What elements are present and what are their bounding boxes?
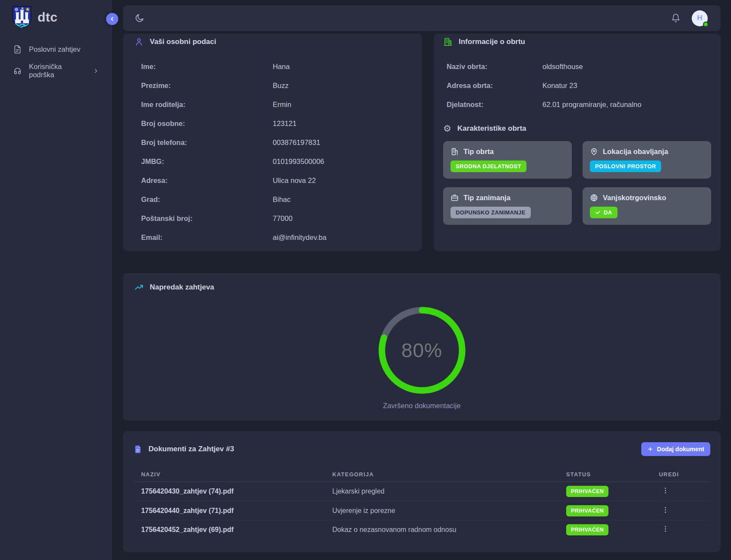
char-card-title: Lokacija obavljanja — [603, 148, 668, 156]
business-card-header: Informacije o obrtu — [443, 37, 711, 47]
chevron-right-icon — [93, 68, 99, 74]
dark-mode-toggle-button[interactable] — [134, 13, 145, 23]
row-actions-button[interactable] — [662, 487, 669, 494]
document-status-badge: PRIHVAĆEN — [566, 524, 608, 535]
field-value: 77000 — [273, 214, 293, 223]
coat-of-arms-logo-icon — [12, 6, 32, 29]
characteristics-title: Karakteristike obrta — [457, 124, 526, 133]
business-info-card: Informacije o obrtu Naziv obrta:oldsofth… — [434, 34, 721, 251]
sidebar-nav: Poslovni zahtjev Korisnička podrška — [0, 39, 112, 81]
app-name: dtc — [38, 10, 58, 25]
field-row: Ime:Hana — [141, 57, 411, 76]
char-card-tip-obrta: Tip obrta SRODNA DJELATNOST — [443, 141, 572, 179]
document-status-badge: PRIHVAĆEN — [566, 486, 608, 497]
bell-icon — [671, 13, 681, 23]
status-badge: POSLOVNI PROSTOR — [590, 160, 661, 172]
topbar-actions: H — [671, 10, 708, 26]
field-row: Grad:Bihac — [141, 190, 411, 209]
document-name: 1756420430_zahtjev (74).pdf — [133, 488, 332, 495]
field-row: Prezime:Buzz — [141, 76, 411, 95]
topbar: H — [123, 5, 721, 31]
kebab-menu-icon — [662, 525, 669, 533]
gear-icon: ⚙ — [443, 124, 451, 133]
field-label: Grad: — [141, 195, 273, 204]
field-value: 123121 — [273, 120, 296, 128]
personal-fields: Ime:Hana Prezime:Buzz Ime roditelja:Ermi… — [141, 57, 411, 247]
notifications-button[interactable] — [671, 13, 681, 23]
char-card-title: Tip zanimanja — [463, 194, 510, 202]
field-label: Ime roditelja: — [141, 101, 273, 109]
building-small-icon — [451, 148, 459, 156]
field-row: Djelatnost:62.01 programiranje, računaln… — [447, 95, 711, 114]
field-label: Broj telefona: — [141, 138, 273, 147]
column-header-status: STATUS — [566, 471, 659, 478]
column-header-uredi: UREDI — [659, 471, 710, 478]
online-status-dot — [703, 22, 709, 27]
field-label: Adresa obrta: — [447, 82, 542, 90]
field-label: Poštanski broj: — [141, 214, 273, 223]
document-name: 1756420452_zahtjev (69).pdf — [133, 526, 332, 534]
moon-icon — [134, 13, 145, 23]
field-value: Hana — [273, 63, 290, 71]
building-icon — [443, 37, 453, 47]
main-content: H Vaši osobni podaci Ime:Hana Prezime:Bu… — [112, 0, 731, 560]
personal-card-title: Vaši osobni podaci — [150, 38, 216, 46]
briefcase-icon — [451, 194, 459, 202]
field-value: Ulica nova 22 — [273, 176, 316, 185]
field-label: Naziv obrta: — [447, 63, 542, 71]
field-row: JMBG:0101993500006 — [141, 152, 411, 171]
sidebar-item-label: Poslovni zahtjev — [29, 45, 80, 53]
map-pin-icon — [590, 148, 598, 156]
app-logo: dtc — [0, 0, 112, 29]
progress-card-header: Napredak zahtjeva — [134, 283, 709, 292]
personal-card-header: Vaši osobni podaci — [134, 37, 411, 47]
globe-icon — [590, 194, 598, 202]
info-row: Vaši osobni podaci Ime:Hana Prezime:Buzz… — [123, 34, 721, 251]
field-row: Broj osobne:123121 — [141, 114, 411, 133]
add-document-button[interactable]: Dodaj dokument — [641, 442, 710, 456]
char-card-title: Vanjskotrgovinsko — [603, 194, 666, 202]
field-value: Buzz — [273, 82, 289, 90]
row-actions-button[interactable] — [662, 506, 669, 514]
status-badge: SRODNA DJELATNOST — [451, 160, 526, 172]
column-header-kategorija: KATEGORIJA — [332, 471, 566, 478]
sidebar-collapse-button[interactable] — [106, 13, 118, 25]
table-header-row: NAZIV KATEGORIJA STATUS UREDI — [133, 467, 710, 482]
business-card-title: Informacije o obrtu — [459, 38, 525, 46]
kebab-menu-icon — [662, 487, 669, 494]
row-actions-button[interactable] — [662, 525, 669, 533]
kebab-menu-icon — [662, 506, 669, 514]
table-row: 1756420440_zahtjev (71).pdf Uvjerenje iz… — [133, 501, 710, 520]
user-avatar[interactable]: H — [692, 10, 708, 26]
sidebar-item-poslovni-zahtjev[interactable]: Poslovni zahtjev — [0, 39, 112, 59]
table-row: 1756420452_zahtjev (69).pdf Dokaz o neza… — [133, 520, 710, 539]
document-category: Dokaz o nezasnovanom radnom odnosu — [332, 526, 566, 534]
field-row: Naziv obrta:oldsofthouse — [447, 57, 711, 76]
sidebar-item-korisnicka-podrska[interactable]: Korisnička podrška — [0, 61, 112, 81]
field-label: Ime: — [141, 63, 273, 71]
field-value: 62.01 programiranje, računalno — [542, 101, 641, 109]
progress-card: Napredak zahtjeva 80% Završeno dokumenta… — [123, 273, 721, 421]
field-row: Adresa obrta:Konatur 23 — [447, 76, 711, 95]
field-value: 0101993500006 — [273, 157, 324, 166]
status-badge: DOPUNSKO ZANIMANJE — [451, 207, 531, 218]
field-value: Konatur 23 — [542, 82, 577, 90]
field-value: ai@infinitydev.ba — [273, 233, 327, 242]
document-category: Uvjerenje iz porezne — [332, 507, 566, 515]
documents-table: NAZIV KATEGORIJA STATUS UREDI 1756420430… — [133, 467, 710, 539]
business-fields: Naziv obrta:oldsofthouse Adresa obrta:Ko… — [447, 57, 711, 114]
char-card-title: Tip obrta — [463, 148, 494, 156]
char-card-lokacija: Lokacija obavljanja POSLOVNI PROSTOR — [583, 141, 711, 179]
field-label: Broj osobne: — [141, 120, 273, 128]
check-icon — [595, 210, 601, 215]
plus-icon — [647, 446, 653, 452]
document-icon — [133, 445, 142, 454]
char-card-tip-zanimanja: Tip zanimanja DOPUNSKO ZANIMANJE — [443, 187, 572, 225]
progress-card-title: Napredak zahtjeva — [150, 283, 214, 292]
person-icon — [134, 37, 144, 47]
headset-icon — [13, 66, 22, 76]
document-name: 1756420440_zahtjev (71).pdf — [133, 507, 332, 515]
field-label: Adresa: — [141, 176, 273, 185]
field-label: JMBG: — [141, 157, 273, 166]
field-label: Prezime: — [141, 82, 273, 90]
